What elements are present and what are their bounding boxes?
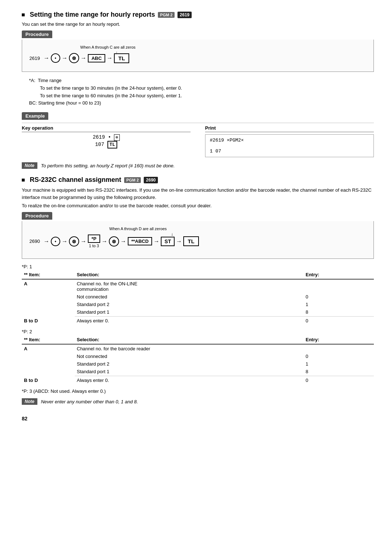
cell-item-A1: A xyxy=(22,279,75,308)
cell-blank xyxy=(303,279,374,293)
section2-badge2: 2690 xyxy=(144,177,158,183)
p2-label: *P: 2 xyxy=(22,329,374,334)
note1-label: Note xyxy=(22,162,37,169)
th-item1: ** Item: xyxy=(22,270,75,279)
section1-procedure-label: Procedure xyxy=(22,30,52,38)
cell-sel-std1: Standard port 1 xyxy=(75,308,304,317)
section1-procedure-box: When A through C are all zeros ↓ 2619 → … xyxy=(22,40,374,72)
diagram1-abc: ABC xyxy=(88,54,105,62)
cell-sel2-std1: Standard port 1 xyxy=(75,368,304,376)
note-a-line2: To set the time range to 60 minutes (in … xyxy=(40,92,374,100)
diagram2-tl: TL xyxy=(183,236,199,246)
cell-item-BtoD2: B to D xyxy=(22,376,75,384)
diagram2-p-col: *P 1 to 3 xyxy=(88,235,100,248)
p1-label: *P: 1 xyxy=(22,264,374,269)
diagram2-x2: ⊗ xyxy=(109,236,119,247)
cell-entry2-1: 1 xyxy=(303,360,374,368)
section1-intro: You can set the time range for an hourly… xyxy=(22,21,374,27)
cell-desc-BtoD1: Always enter 0. xyxy=(75,317,304,325)
diagram1-flow: 2619 → • → ⊗ → ABC → TL xyxy=(29,53,366,63)
th-entry2: Entry: xyxy=(303,335,374,344)
table-p1: ** Item: Selection: Entry: A Channel no.… xyxy=(22,270,374,325)
print-line1: #2619 ×PGM2× xyxy=(210,138,369,143)
section2-procedure-box: When A through D are all zeroes ↓ 2690 →… xyxy=(22,221,374,259)
section2-procedure-label: Procedure xyxy=(22,212,52,220)
table-row: Not connected 0 xyxy=(22,293,374,301)
cell-entry2-0: 0 xyxy=(303,353,374,360)
note1-text: To perform this setting, an hourly Z rep… xyxy=(41,162,175,168)
cell-entry-BtoD1: 0 xyxy=(303,317,374,325)
cell-entry2-8: 8 xyxy=(303,368,374,376)
page-number: 82 xyxy=(22,416,374,421)
example-print: Print #2619 ×PGM2× 1 07 xyxy=(205,125,374,157)
diagram1-above-label: When A through C are all zeros xyxy=(80,45,135,49)
diagram2-st: ST xyxy=(161,237,175,246)
note-a-label: *A: Time range xyxy=(29,77,374,85)
table-row: A Channel no. for the ON-LINEcommunicati… xyxy=(22,279,374,293)
cell-entry-0: 0 xyxy=(303,293,374,301)
cell-entry-BtoD2: 0 xyxy=(303,376,374,384)
diagram1-dot: • xyxy=(51,53,60,63)
cell-desc-A2: Channel no. for the barcode reader xyxy=(75,344,304,353)
th-item2: ** Item: xyxy=(22,335,75,344)
example-section: Key operation 2619 • ⊗ 107 TL Print #261… xyxy=(22,123,374,157)
note-bc: BC: Starting time (hour = 00 to 23) xyxy=(29,99,374,107)
cell-sel-std2: Standard port 2 xyxy=(75,301,304,308)
diagram1-code: 2619 xyxy=(29,56,40,61)
cell-item-blank xyxy=(22,308,75,317)
table-row: Standard port 1 8 xyxy=(22,368,374,376)
cell-desc-A1: Channel no. for the ON-LINEcommunication xyxy=(75,279,304,293)
th-sel1: Selection: xyxy=(75,270,304,279)
section2-badge1: PGM 2 xyxy=(124,177,141,183)
note2-label: Note xyxy=(22,398,37,405)
table-row: B to D Always enter 0. 0 xyxy=(22,317,374,325)
cell-sel2-not-connected: Not connected xyxy=(75,353,304,360)
key-op-line1: 2619 • ⊗ xyxy=(22,134,191,140)
diagram2-abcd: **ABCD xyxy=(128,237,152,245)
print-box: #2619 ×PGM2× 1 07 xyxy=(205,134,374,157)
diagram2-above-label: When A through D are all zeroes xyxy=(109,227,167,231)
cell-sel-not-connected: Not connected xyxy=(75,293,304,301)
key-op-line2: 107 TL xyxy=(22,142,191,147)
table-row: Standard port 2 1 xyxy=(22,301,374,308)
diagram1-above-arrow: ↓ xyxy=(115,50,118,55)
section2-intro2: To realize the on-line communication and… xyxy=(22,203,374,208)
cell-item2-blank xyxy=(22,368,75,376)
section1-note-box: Note To perform this setting, an hourly … xyxy=(22,162,374,169)
diagram2-x1: ⊗ xyxy=(69,236,79,247)
section2-intro1: Your machine is equipped with two RS-232… xyxy=(22,187,374,201)
print-line3: 1 07 xyxy=(210,148,369,154)
diagram2-code: 2690 xyxy=(29,239,40,244)
diagram2-flow: 2690 → • → ⊗ → *P 1 to 3 → ⊗ → **ABCD → … xyxy=(29,235,366,248)
section2-note-box: Note Never enter any number other than 0… xyxy=(22,398,374,405)
section1-title: Setting the time range for hourly report… xyxy=(22,11,374,19)
section1-badge2: 2619 xyxy=(177,12,192,18)
table-row: A Channel no. for the barcode reader xyxy=(22,344,374,353)
cell-item-BtoD1: B to D xyxy=(22,317,75,325)
cell-entry-8: 8 xyxy=(303,308,374,317)
table-row: Standard port 2 1 xyxy=(22,360,374,368)
key-op-header: Key operation xyxy=(22,125,191,132)
th-entry1: Entry: xyxy=(303,270,374,279)
cell-item-A2: A xyxy=(22,344,75,368)
diagram2-p-below: 1 to 3 xyxy=(89,244,99,248)
section2-title: RS-232C channel assignment PGM 2 2690 xyxy=(22,176,374,184)
diagram1-x: ⊗ xyxy=(69,53,79,63)
diagram2-dot: • xyxy=(51,237,60,246)
p3-note: *P: 3 (ABCD: Not used. Always enter 0.) xyxy=(22,388,374,394)
table-row: Not connected 0 xyxy=(22,353,374,360)
note-a-line1: To set the time range to 30 minutes (in … xyxy=(40,85,374,92)
print-header: Print xyxy=(205,125,374,132)
cell-entry-1: 1 xyxy=(303,301,374,308)
table-row: Standard port 1 8 xyxy=(22,308,374,317)
table-row: B to D Always enter 0. 0 xyxy=(22,376,374,384)
example-key-op: Key operation 2619 • ⊗ 107 TL xyxy=(22,125,191,157)
cell-blank2 xyxy=(303,344,374,353)
cell-desc-BtoD2: Always enter 0. xyxy=(75,376,304,384)
diagram2-p: *P xyxy=(88,235,100,243)
note2-text: Never enter any number other than 0, 1 a… xyxy=(41,398,138,404)
th-sel2: Selection: xyxy=(75,335,304,344)
table-p2: ** Item: Selection: Entry: A Channel no.… xyxy=(22,335,374,384)
diagram2-above-arrow: ↓ xyxy=(171,232,173,237)
section1-badge1: PGM 2 xyxy=(158,12,175,18)
